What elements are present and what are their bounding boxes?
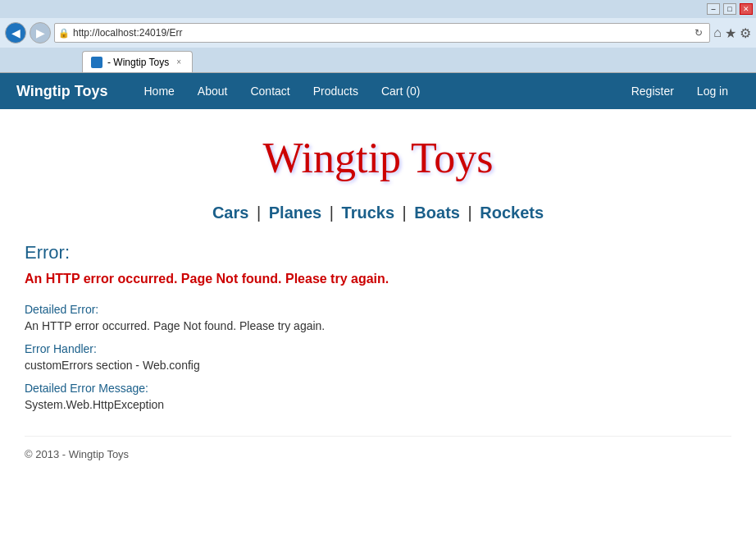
forward-button[interactable]: ▶ (30, 22, 51, 43)
error-heading: Error: (25, 242, 731, 263)
nav-products[interactable]: Products (302, 73, 370, 109)
site-footer: © 2013 - Wingtip Toys (25, 436, 731, 460)
error-handler-label: Error Handler: (25, 342, 731, 355)
category-links: Cars | Planes | Trucks | Boats | Rockets (25, 204, 731, 222)
favorites-icon[interactable]: ★ (725, 25, 736, 41)
error-message-value: System.Web.HttpException (25, 398, 731, 411)
tab-close-button[interactable]: × (174, 57, 184, 67)
detailed-error-value: An HTTP error occurred. Page Not found. … (25, 319, 731, 332)
footer-text: © 2013 - Wingtip Toys (25, 448, 129, 460)
site-nav-links: Home About Contact Products Cart (0) (133, 73, 620, 109)
site-nav-right: Register Log in (620, 73, 740, 109)
tab-bar: - Wingtip Toys × (0, 48, 756, 72)
address-bar[interactable]: 🔒 http://localhost:24019/Err ↻ (54, 23, 710, 43)
nav-login[interactable]: Log in (685, 73, 740, 109)
category-cars[interactable]: Cars (212, 204, 248, 222)
sep-3: | (403, 204, 407, 222)
category-rockets[interactable]: Rockets (480, 204, 544, 222)
back-button[interactable]: ◀ (5, 22, 26, 43)
detailed-error-label: Detailed Error: (25, 303, 731, 316)
website-content: Wingtip Toys Home About Contact Products… (0, 73, 756, 540)
nav-home[interactable]: Home (133, 73, 186, 109)
category-boats[interactable]: Boats (414, 204, 460, 222)
browser-tab[interactable]: - Wingtip Toys × (82, 51, 193, 72)
sep-2: | (330, 204, 334, 222)
page-content: Wingtip Toys Cars | Planes | Trucks | Bo… (0, 109, 756, 477)
error-handler-value: customErrors section - Web.config (25, 359, 731, 372)
nav-register[interactable]: Register (620, 73, 685, 109)
browser-nav-bar: ◀ ▶ 🔒 http://localhost:24019/Err ↻ ⌂ ★ ⚙ (0, 18, 756, 48)
restore-button[interactable]: □ (723, 3, 736, 15)
category-trucks[interactable]: Trucks (342, 204, 394, 222)
title-bar: – □ ✕ (0, 0, 756, 18)
site-nav: Wingtip Toys Home About Contact Products… (0, 73, 756, 109)
error-message-label: Detailed Error Message: (25, 382, 731, 395)
minimize-button[interactable]: – (707, 3, 720, 15)
browser-chrome: – □ ✕ ◀ ▶ 🔒 http://localhost:24019/Err ↻… (0, 0, 756, 73)
settings-icon[interactable]: ⚙ (740, 25, 751, 41)
address-text: http://localhost:24019/Err (73, 27, 691, 39)
close-window-button[interactable]: ✕ (740, 3, 753, 15)
home-icon[interactable]: ⌂ (713, 25, 722, 40)
sep-4: | (468, 204, 472, 222)
tab-title: - Wingtip Toys (107, 57, 169, 68)
site-brand[interactable]: Wingtip Toys (16, 83, 108, 100)
category-planes[interactable]: Planes (269, 204, 321, 222)
error-message: An HTTP error occurred. Page Not found. … (25, 272, 731, 286)
site-logo: Wingtip Toys (25, 126, 731, 190)
sep-1: | (257, 204, 261, 222)
nav-cart[interactable]: Cart (0) (370, 73, 431, 109)
tab-favicon (91, 57, 102, 68)
nav-about[interactable]: About (186, 73, 239, 109)
address-icon: 🔒 (58, 28, 70, 39)
refresh-button[interactable]: ↻ (691, 25, 706, 40)
nav-contact[interactable]: Contact (239, 73, 301, 109)
